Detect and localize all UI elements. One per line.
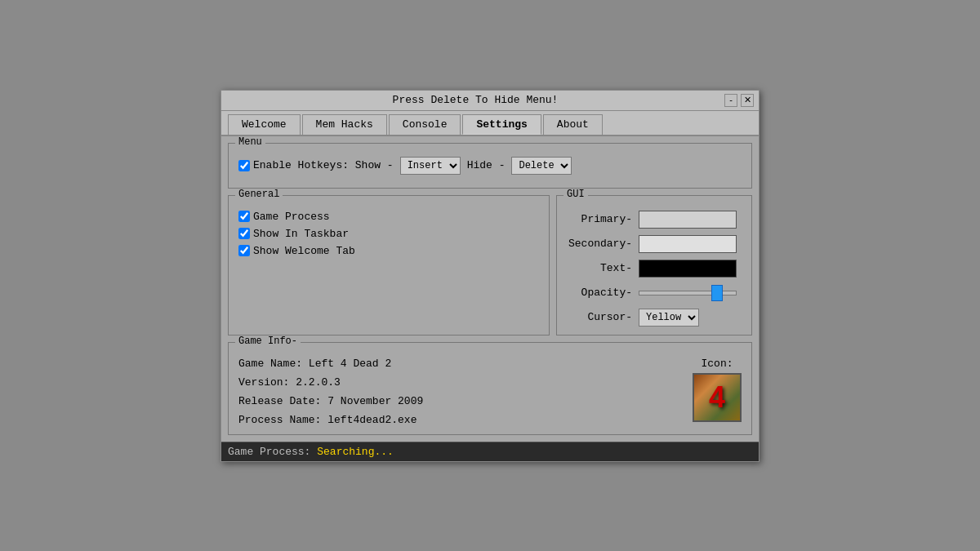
secondary-label: Secondary-: [567, 238, 632, 250]
game-name-line: Game Name: Left 4 Dead 2: [238, 358, 423, 370]
settings-content: Menu Enable Hotkeys: Show - Insert Hide …: [221, 136, 759, 442]
status-value: Searching...: [317, 446, 394, 458]
gui-group-label: GUI: [564, 189, 588, 200]
process-name-line: Process Name: left4dead2.exe: [238, 414, 423, 426]
gui-group: GUI Primary- Secondary- Text-: [556, 195, 752, 335]
title-bar-buttons: - ✕: [724, 94, 754, 107]
process-name-label: Process Name:: [238, 414, 321, 426]
tab-bar: Welcome Mem Hacks Console Settings About: [221, 111, 759, 136]
secondary-color-swatch[interactable]: [639, 235, 737, 253]
release-date-line: Release Date: 7 November 2009: [238, 395, 423, 407]
hide-key-select[interactable]: Delete: [511, 157, 572, 175]
hide-key-dropdown: Delete: [511, 157, 572, 175]
hide-label: Hide -: [467, 159, 506, 171]
general-gui-row: General Game Process Show In Taskbar Sho…: [228, 195, 752, 335]
tab-mem-hacks[interactable]: Mem Hacks: [302, 114, 387, 135]
game-process-label: Game Process: [253, 211, 330, 223]
general-checkboxes: Game Process Show In Taskbar Show Welcom…: [238, 204, 539, 257]
status-bar: Game Process: Searching...: [221, 442, 759, 461]
enable-hotkeys-checkbox[interactable]: [238, 160, 250, 171]
tab-console[interactable]: Console: [389, 114, 461, 135]
main-window: Press Delete To Hide Menu! - ✕ Welcome M…: [220, 90, 760, 462]
close-button[interactable]: ✕: [741, 94, 754, 107]
game-icon-area: Icon: 4: [693, 358, 742, 422]
status-label: Game Process:: [228, 446, 310, 458]
show-taskbar-checkbox[interactable]: [238, 228, 250, 239]
secondary-row: Secondary-: [567, 235, 742, 253]
show-key-dropdown: Insert: [400, 157, 461, 175]
tab-welcome[interactable]: Welcome: [228, 114, 301, 135]
game-info-group-label: Game Info-: [235, 335, 301, 347]
tab-about[interactable]: About: [543, 114, 603, 135]
show-key-select[interactable]: Insert: [400, 157, 461, 175]
process-name-value: left4dead2.exe: [327, 414, 416, 426]
opacity-slider[interactable]: [639, 291, 737, 295]
general-group: General Game Process Show In Taskbar Sho…: [228, 195, 550, 335]
primary-label: Primary-: [567, 213, 632, 225]
hotkeys-row: Enable Hotkeys: Show - Insert Hide - Del…: [238, 152, 742, 180]
show-welcome-checkbox[interactable]: [238, 245, 250, 256]
game-info-group: Game Info- Game Name: Left 4 Dead 2 Vers…: [228, 342, 752, 435]
menu-group: Menu Enable Hotkeys: Show - Insert Hide …: [228, 143, 752, 189]
game-name-label: Game Name:: [238, 358, 302, 370]
show-welcome-label: Show Welcome Tab: [253, 245, 355, 257]
enable-hotkeys-label: Enable Hotkeys: Show -: [238, 159, 394, 171]
opacity-slider-container: [639, 284, 737, 302]
game-info-text: Game Name: Left 4 Dead 2 Version: 2.2.0.…: [238, 358, 423, 426]
game-process-checkbox[interactable]: [238, 211, 250, 222]
opacity-label: Opacity-: [567, 287, 632, 299]
title-bar: Press Delete To Hide Menu! - ✕: [221, 91, 759, 111]
show-welcome-option: Show Welcome Tab: [238, 245, 539, 257]
general-group-label: General: [235, 189, 283, 200]
game-icon: 4: [693, 373, 742, 422]
cursor-row: Cursor- Yellow: [567, 309, 742, 327]
text-row: Text-: [567, 260, 742, 278]
show-taskbar-label: Show In Taskbar: [253, 228, 349, 240]
game-process-option: Game Process: [238, 211, 539, 223]
icon-label: Icon:: [701, 358, 733, 370]
window-title: Press Delete To Hide Menu!: [226, 94, 724, 106]
version-label: Version:: [238, 376, 289, 389]
primary-row: Primary-: [567, 211, 742, 229]
cursor-label: Cursor-: [567, 311, 632, 323]
tab-settings[interactable]: Settings: [462, 114, 541, 135]
game-info-content: Game Name: Left 4 Dead 2 Version: 2.2.0.…: [238, 351, 742, 426]
show-taskbar-option: Show In Taskbar: [238, 228, 539, 240]
opacity-row: Opacity-: [567, 284, 742, 302]
menu-group-label: Menu: [235, 136, 265, 148]
minimize-button[interactable]: -: [724, 94, 737, 107]
text-label: Text-: [567, 262, 632, 274]
gui-fields: Primary- Secondary- Text- Opacity-: [567, 204, 742, 327]
version-value: 2.2.0.3: [296, 376, 341, 389]
primary-color-swatch[interactable]: [639, 211, 737, 229]
release-date-label: Release Date:: [238, 395, 321, 407]
release-date-value: 7 November 2009: [327, 395, 423, 407]
game-icon-number: 4: [709, 380, 725, 415]
version-line: Version: 2.2.0.3: [238, 376, 423, 389]
text-color-swatch[interactable]: [639, 260, 737, 278]
cursor-select[interactable]: Yellow: [639, 309, 699, 327]
game-name-value: Left 4 Dead 2: [309, 358, 391, 370]
